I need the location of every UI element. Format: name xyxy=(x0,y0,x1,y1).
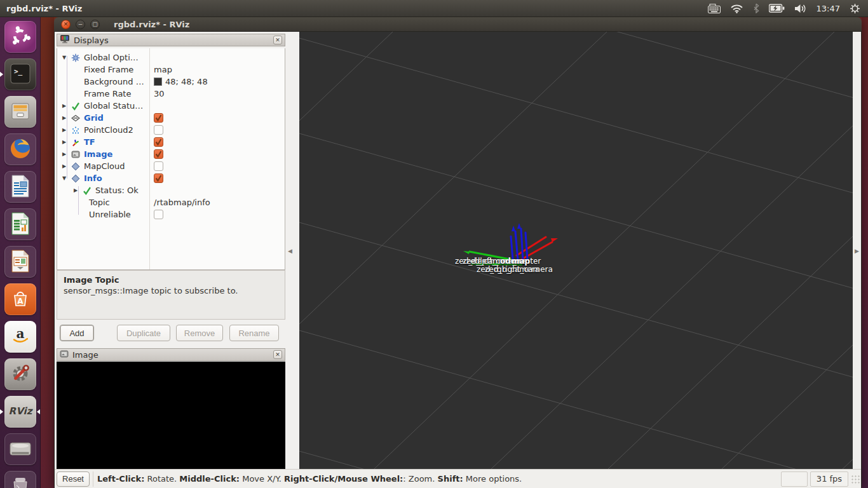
window-maximize-button[interactable]: ▢ xyxy=(90,20,100,29)
tree-row-fixed-frame[interactable]: Fixed Framemap xyxy=(57,64,285,76)
tree-row-label: Fixed Frame xyxy=(84,65,133,74)
image-panel-header[interactable]: Image ✕ xyxy=(57,348,285,361)
resize-grip[interactable] xyxy=(851,475,860,484)
expand-arrow-icon[interactable]: ▶ xyxy=(62,151,66,157)
tree-row-status-ok[interactable]: ▶Status: Ok xyxy=(57,184,285,196)
launcher-item-terminal[interactable]: >_ xyxy=(4,58,36,90)
collapse-right-icon[interactable]: ▶ xyxy=(855,248,859,254)
tree-row-value[interactable]: /rtabmap/info xyxy=(154,198,210,207)
tree-row-image[interactable]: ▶Image xyxy=(57,148,285,160)
displays-tree[interactable]: ▼Global Opti…Fixed FramemapBackground …4… xyxy=(57,48,285,270)
clock[interactable]: 13:47 xyxy=(817,4,840,13)
help-segment: : Zoom. xyxy=(403,474,437,484)
tree-row-global-statu-[interactable]: ▶Global Statu… xyxy=(57,100,285,112)
wifi-icon[interactable] xyxy=(730,3,743,13)
tf-frame-label: zed_right_camera xyxy=(485,265,553,274)
reset-button[interactable]: Reset xyxy=(57,471,90,487)
tree-row-grid[interactable]: ▶Grid xyxy=(57,112,285,124)
tree-row-frame-rate[interactable]: Frame Rate30 xyxy=(57,88,285,100)
launcher-item-impress[interactable] xyxy=(4,246,36,278)
tree-row-topic[interactable]: Topic/rtabmap/info xyxy=(57,196,285,208)
launcher-item-settings[interactable] xyxy=(4,358,36,390)
window-minimize-button[interactable]: − xyxy=(76,20,85,29)
property-value[interactable]: map xyxy=(154,65,172,74)
launcher-item-trash[interactable] xyxy=(4,471,36,488)
active-app-title: rgbd.rviz* - RViz xyxy=(6,4,82,13)
help-segment: Middle-Click: xyxy=(179,474,240,484)
checkbox-unchecked[interactable] xyxy=(154,161,163,171)
battery-icon[interactable] xyxy=(769,4,785,13)
launcher-item-writer[interactable] xyxy=(4,171,36,203)
tree-row-pointcloud2[interactable]: ▶PointCloud2 xyxy=(57,124,285,136)
collapse-left-icon[interactable]: ◀ xyxy=(288,248,292,254)
expand-arrow-icon[interactable]: ▶ xyxy=(62,115,66,121)
right-splitter[interactable]: ▶ xyxy=(853,32,861,469)
left-splitter[interactable]: ◀ xyxy=(285,32,299,469)
property-value[interactable]: /rtabmap/info xyxy=(154,198,210,207)
tree-row-value[interactable]: 48; 48; 48 xyxy=(154,77,208,86)
tree-row-value[interactable] xyxy=(154,210,163,219)
session-gear-icon[interactable] xyxy=(850,3,860,14)
property-value[interactable]: 30 xyxy=(154,89,165,98)
tree-row-background-[interactable]: Background …48; 48; 48 xyxy=(57,76,285,88)
launcher-item-software[interactable]: A xyxy=(4,283,36,315)
tree-row-value[interactable] xyxy=(154,161,163,171)
duplicate-button[interactable]: Duplicate xyxy=(117,325,170,341)
tree-row-info[interactable]: ▼Info xyxy=(57,172,285,184)
rename-button[interactable]: Rename xyxy=(229,325,279,341)
launcher-item-calc[interactable] xyxy=(4,208,36,240)
displays-close-icon[interactable]: ✕ xyxy=(273,36,282,44)
tree-row-value[interactable] xyxy=(154,137,163,147)
tree-row-mapcloud[interactable]: ▶MapCloud xyxy=(57,160,285,172)
volume-icon[interactable] xyxy=(794,4,807,13)
bluetooth-icon[interactable] xyxy=(753,3,759,13)
launcher-item-files[interactable] xyxy=(4,96,36,128)
svg-text:A: A xyxy=(17,297,24,306)
image-panel-close-icon[interactable]: ✕ xyxy=(273,350,282,359)
tree-row-value[interactable] xyxy=(154,113,163,123)
tree-row-value[interactable]: map xyxy=(154,65,172,74)
3d-viewport[interactable]: zed_depth_camerazed_left_camerazed_camer… xyxy=(299,32,854,469)
checkbox-checked[interactable] xyxy=(154,137,163,147)
tree-row-value[interactable] xyxy=(154,173,163,183)
add-button[interactable]: Add xyxy=(60,325,94,341)
trash-icon xyxy=(11,476,30,488)
launcher-item-firefox[interactable] xyxy=(4,133,36,165)
expand-arrow-icon[interactable]: ▶ xyxy=(62,127,66,133)
launcher-item-amazon[interactable]: a xyxy=(4,321,36,353)
color-swatch[interactable] xyxy=(154,78,162,86)
tree-row-unreliable[interactable]: Unreliable xyxy=(57,208,285,220)
displays-icon xyxy=(60,34,70,46)
checkbox-checked[interactable] xyxy=(154,149,163,159)
remove-button[interactable]: Remove xyxy=(176,325,223,341)
tree-row-tf[interactable]: ▶TF xyxy=(57,136,285,148)
checkbox-checked[interactable] xyxy=(154,173,163,183)
launcher-item-disk[interactable] xyxy=(4,433,36,465)
settings-icon xyxy=(10,363,31,386)
help-description: sensor_msgs::Image topic to subscribe to… xyxy=(64,286,278,295)
checkbox-checked[interactable] xyxy=(154,113,163,123)
tree-row-value[interactable]: 30 xyxy=(154,89,165,98)
collapse-arrow-icon[interactable]: ▼ xyxy=(62,175,66,181)
tree-row-value[interactable] xyxy=(154,149,163,159)
window-titlebar[interactable]: ✕ − ▢ rgbd.rviz* - RViz xyxy=(54,17,862,32)
expand-arrow-icon[interactable]: ▶ xyxy=(62,103,66,109)
checkbox-unchecked[interactable] xyxy=(154,210,163,219)
writer-icon xyxy=(11,175,30,200)
collapse-arrow-icon[interactable]: ▼ xyxy=(62,55,66,60)
displays-panel-header[interactable]: Displays ✕ xyxy=(57,34,285,46)
expand-arrow-icon[interactable]: ▶ xyxy=(62,139,66,145)
desktop: rgbd.rviz* - RViz 13:47 >_AaRViz xyxy=(0,0,868,488)
expand-arrow-icon[interactable]: ▶ xyxy=(74,187,78,193)
checkbox-unchecked[interactable] xyxy=(154,125,163,135)
tree-row-global-opti-[interactable]: ▼Global Opti… xyxy=(57,51,285,64)
launcher-item-ubuntu-dash[interactable] xyxy=(4,21,36,53)
expand-arrow-icon[interactable]: ▶ xyxy=(62,163,66,169)
window-close-button[interactable]: ✕ xyxy=(61,20,71,29)
launcher-item-rviz[interactable]: RViz xyxy=(4,396,36,428)
tree-row-label: MapCloud xyxy=(84,161,125,171)
property-value[interactable]: 48; 48; 48 xyxy=(165,77,208,86)
tree-row-value[interactable] xyxy=(154,125,163,135)
impress-icon xyxy=(11,250,30,274)
keyboard-icon[interactable] xyxy=(708,4,721,13)
